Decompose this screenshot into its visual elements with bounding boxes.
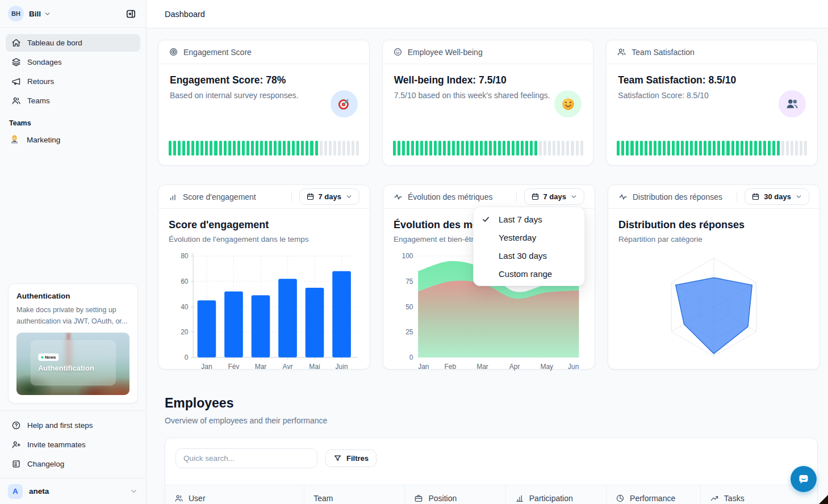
svg-text:Jun: Jun bbox=[568, 363, 579, 371]
sidebar-item-feedback[interactable]: Retours bbox=[6, 73, 140, 90]
users-icon bbox=[617, 47, 626, 57]
divider bbox=[291, 191, 292, 203]
table-toolbar: Filtres bbox=[165, 438, 817, 478]
chevron-down-icon[interactable] bbox=[44, 10, 51, 18]
layers-icon bbox=[11, 57, 21, 67]
news-badge: News bbox=[38, 354, 59, 361]
smile-icon bbox=[393, 47, 403, 57]
date-range-button[interactable]: 30 days bbox=[745, 188, 809, 205]
sidebar-item-surveys[interactable]: Sondages bbox=[6, 53, 140, 71]
svg-text:60: 60 bbox=[181, 278, 189, 285]
stat-subtext: Based on internal survey responses. bbox=[170, 91, 358, 100]
avatar[interactable]: BH bbox=[8, 6, 24, 22]
column-header-participation[interactable]: Participation bbox=[506, 485, 607, 504]
promo-description: Make docs private by setting up authenti… bbox=[16, 305, 129, 327]
page-title: Dashboard bbox=[165, 10, 205, 19]
svg-text:20: 20 bbox=[181, 328, 189, 336]
svg-text:Avr: Avr bbox=[283, 363, 293, 371]
sidebar-item-help[interactable]: Help and first steps bbox=[6, 417, 140, 434]
megaphone-icon bbox=[11, 77, 21, 86]
smiling-face-emoji bbox=[554, 90, 582, 117]
sidebar-item-marketing[interactable]: Marketing bbox=[0, 131, 146, 149]
divider bbox=[737, 191, 737, 203]
sidebar-item-changelog[interactable]: Changelog bbox=[6, 455, 140, 473]
column-header-team[interactable]: Team bbox=[304, 485, 405, 504]
card-header: Employee Well-being bbox=[383, 40, 593, 64]
dart-emoji bbox=[331, 90, 358, 117]
sidebar-nav: Tableau de bord Sondages Retours Teams bbox=[0, 28, 146, 111]
card-header: Team Satisfaction bbox=[607, 40, 817, 64]
sidebar-item-label: Changelog bbox=[27, 460, 64, 468]
date-range-button[interactable]: 7 days bbox=[299, 188, 359, 205]
technologist-emoji bbox=[9, 135, 20, 145]
svg-text:Mar: Mar bbox=[255, 363, 267, 371]
pulse-icon bbox=[618, 192, 628, 201]
card-header: Évolution des métriques 7 days bbox=[383, 185, 595, 209]
svg-text:50: 50 bbox=[405, 303, 413, 311]
mouse-cursor bbox=[819, 495, 828, 504]
sidebar-item-teams[interactable]: Teams bbox=[6, 92, 140, 110]
card-header: Distribution des réponses 30 days bbox=[608, 185, 819, 209]
svg-text:25: 25 bbox=[405, 328, 413, 336]
sidebar-item-dashboard[interactable]: Tableau de bord bbox=[6, 34, 140, 52]
employees-title: Employees bbox=[165, 396, 818, 411]
promo-image[interactable]: News Authentification bbox=[16, 333, 129, 395]
bar-columns-icon bbox=[515, 494, 524, 503]
progress-bar bbox=[617, 141, 807, 156]
chart-subtitle: Évolution de l'engagement dans le temps bbox=[169, 235, 359, 243]
menu-item-last-7-days[interactable]: Last 7 days bbox=[474, 210, 584, 228]
date-range-menu: Last 7 days Yesterday Last 30 days Custo… bbox=[473, 207, 585, 286]
svg-text:May: May bbox=[540, 363, 553, 371]
calendar-icon bbox=[531, 192, 540, 201]
bar-chart: 020406080JanFévMarAvrMaiJuin bbox=[169, 246, 359, 377]
users-icon bbox=[174, 494, 183, 503]
svg-text:Apr: Apr bbox=[509, 363, 520, 371]
authentication-promo-card[interactable]: Authentication Make docs private by sett… bbox=[8, 283, 138, 404]
chevron-down-icon bbox=[129, 487, 138, 495]
user-name[interactable]: Bill bbox=[29, 10, 41, 18]
column-header-position[interactable]: Position bbox=[405, 485, 505, 504]
progress-bar bbox=[169, 141, 359, 156]
stat-cards-row: Engagement Score Engagement Score: 78% B… bbox=[158, 40, 818, 166]
column-header-user[interactable]: User bbox=[165, 485, 304, 504]
target-icon bbox=[169, 47, 178, 57]
collapse-sidebar-icon[interactable] bbox=[122, 5, 139, 22]
svg-text:0: 0 bbox=[409, 354, 413, 362]
chart-title: Distribution des réponses bbox=[618, 219, 809, 231]
chevron-down-icon bbox=[345, 193, 353, 200]
card-header-label: Score d'engagement bbox=[183, 192, 256, 201]
chat-launcher-button[interactable] bbox=[791, 466, 817, 492]
promo-title: Authentication bbox=[16, 292, 129, 300]
pulse-icon bbox=[394, 192, 403, 201]
sidebar-footer-nav: Help and first steps Invite teammates Ch… bbox=[0, 410, 146, 478]
topbar: Dashboard bbox=[147, 0, 828, 28]
date-range-button[interactable]: 7 days bbox=[524, 188, 584, 205]
column-header-performance[interactable]: Performance bbox=[607, 485, 701, 504]
card-header-label: Évolution des métriques bbox=[408, 192, 492, 201]
workspace-switcher[interactable]: A aneta bbox=[0, 478, 146, 504]
sidebar-item-invite[interactable]: Invite teammates bbox=[6, 436, 140, 453]
svg-text:80: 80 bbox=[181, 252, 189, 260]
card-header-label: Engagement Score bbox=[183, 48, 252, 57]
sidebar-item-label: Teams bbox=[27, 96, 50, 105]
svg-text:75: 75 bbox=[405, 278, 413, 285]
stat-subtext: Satisfaction Score: 8.5/10 bbox=[618, 91, 806, 100]
briefcase-icon bbox=[414, 494, 423, 503]
employees-subtitle: Overview of employees and their performa… bbox=[165, 416, 818, 425]
trend-up-icon bbox=[710, 494, 719, 503]
team-item-label: Marketing bbox=[27, 136, 60, 144]
svg-text:Feb: Feb bbox=[444, 363, 456, 371]
sidebar-item-label: Retours bbox=[27, 77, 54, 86]
menu-item-custom-range[interactable]: Custom range bbox=[474, 264, 584, 283]
menu-item-yesterday[interactable]: Yesterday bbox=[474, 228, 584, 246]
sidebar-spacer bbox=[0, 149, 146, 283]
search-input[interactable] bbox=[175, 448, 317, 468]
filters-button[interactable]: Filtres bbox=[325, 450, 377, 467]
menu-item-last-30-days[interactable]: Last 30 days bbox=[474, 246, 584, 264]
svg-text:Jan: Jan bbox=[201, 363, 212, 371]
svg-text:Fév: Fév bbox=[228, 363, 239, 371]
chart-title: Score d'engagement bbox=[169, 219, 359, 231]
promo-image-overlay: News Authentification bbox=[30, 340, 116, 386]
stat-subtext: 7.5/10 based on this week's shared feeli… bbox=[394, 91, 582, 100]
svg-text:Mai: Mai bbox=[309, 363, 320, 371]
